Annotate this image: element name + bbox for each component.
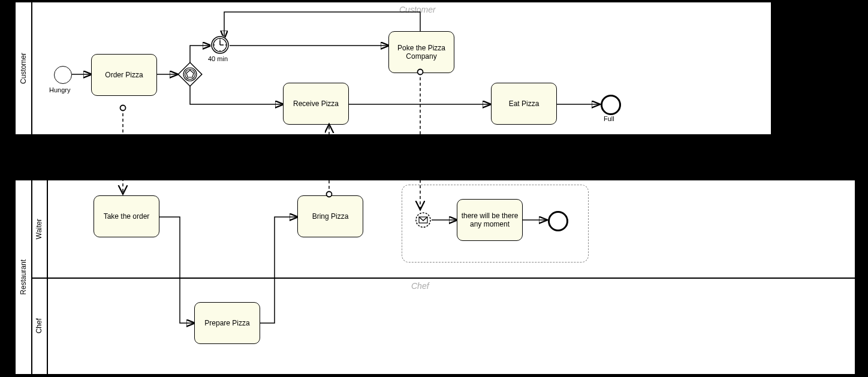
lane-label-waiter: Waiter xyxy=(31,180,48,278)
task-prepare-pizza[interactable]: Prepare Pizza xyxy=(194,302,260,344)
pool-label-customer: Customer xyxy=(16,2,32,134)
lane-title-waiter: Waiter xyxy=(35,219,43,239)
watermark-restaurant: Chef xyxy=(411,281,429,291)
task-poke-company-label: Poke the Pizza Company xyxy=(393,44,450,61)
task-receive-pizza-label: Receive Pizza xyxy=(293,99,339,108)
task-take-order-label: Take the order xyxy=(104,212,150,221)
task-order-pizza-label: Order Pizza xyxy=(105,71,143,79)
pool-customer: Customer Customer Hungry Order Pizza 40 … xyxy=(14,1,772,135)
end-event-full[interactable] xyxy=(601,95,621,115)
end-label-full: Full xyxy=(604,115,614,122)
task-poke-company[interactable]: Poke the Pizza Company xyxy=(388,31,454,73)
svg-point-20 xyxy=(416,213,430,227)
task-bring-pizza[interactable]: Bring Pizza xyxy=(297,195,363,237)
svg-rect-6 xyxy=(178,62,202,86)
start-label-hungry: Hungry xyxy=(49,86,70,94)
pool-title-restaurant: Restaurant xyxy=(19,260,28,295)
lane-separator xyxy=(31,278,855,279)
watermark-customer: Customer xyxy=(399,5,436,14)
pool-label-restaurant: Restaurant xyxy=(16,180,32,374)
pool-restaurant: Restaurant Waiter Chef Chef Take the ord… xyxy=(14,179,856,375)
task-receive-pizza[interactable]: Receive Pizza xyxy=(283,83,349,125)
timer-label: 40 min xyxy=(208,55,228,62)
task-take-order[interactable]: Take the order xyxy=(94,195,159,237)
lane-title-chef: Chef xyxy=(35,318,43,333)
task-bring-pizza-label: Bring Pizza xyxy=(312,212,349,221)
lane-label-chef: Chef xyxy=(31,278,48,374)
end-event-subprocess[interactable] xyxy=(548,211,568,231)
task-reply-any-moment[interactable]: there will be there any moment xyxy=(457,199,523,241)
task-order-pizza[interactable]: Order Pizza xyxy=(91,54,157,96)
start-event-hungry[interactable] xyxy=(54,66,72,84)
pool-title-customer: Customer xyxy=(19,53,28,84)
task-reply-any-moment-label: there will be there any moment xyxy=(461,212,519,228)
task-eat-pizza[interactable]: Eat Pizza xyxy=(491,83,557,125)
gateway-event-based[interactable] xyxy=(177,62,203,87)
task-prepare-pizza-label: Prepare Pizza xyxy=(204,319,249,327)
task-eat-pizza-label: Eat Pizza xyxy=(509,99,540,108)
intermediate-timer-event[interactable] xyxy=(210,35,228,53)
start-event-message-noninterrupting[interactable] xyxy=(415,212,432,228)
